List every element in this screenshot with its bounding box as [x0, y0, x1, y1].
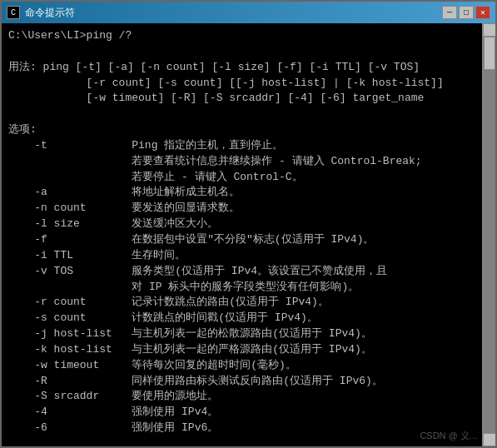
maximize-button[interactable]: □ [459, 6, 474, 19]
window-icon: C [7, 6, 20, 19]
scroll-up-button[interactable]: ▲ [483, 23, 496, 37]
title-bar: C 命令提示符 ─ □ ✕ [2, 2, 495, 23]
terminal-window: C 命令提示符 ─ □ ✕ C:\Users\LI>ping /? 用法: pi… [0, 0, 497, 448]
window-controls: ─ □ ✕ [442, 6, 490, 19]
watermark: CSDN @ 义... [420, 430, 477, 443]
scroll-down-button[interactable]: ▼ [483, 433, 496, 446]
title-bar-left: C 命令提示符 [7, 6, 75, 20]
terminal-content[interactable]: C:\Users\LI>ping /? 用法: ping [-t] [-a] [… [2, 23, 495, 446]
terminal-output: C:\Users\LI>ping /? 用法: ping [-t] [-a] [… [8, 28, 489, 446]
minimize-button[interactable]: ─ [442, 6, 457, 19]
scrollbar-thumb[interactable] [484, 37, 495, 70]
close-button[interactable]: ✕ [475, 6, 490, 19]
scrollbar-track [483, 37, 495, 433]
scrollbar[interactable]: ▲ ▼ [482, 23, 495, 446]
window-title: 命令提示符 [25, 6, 75, 20]
